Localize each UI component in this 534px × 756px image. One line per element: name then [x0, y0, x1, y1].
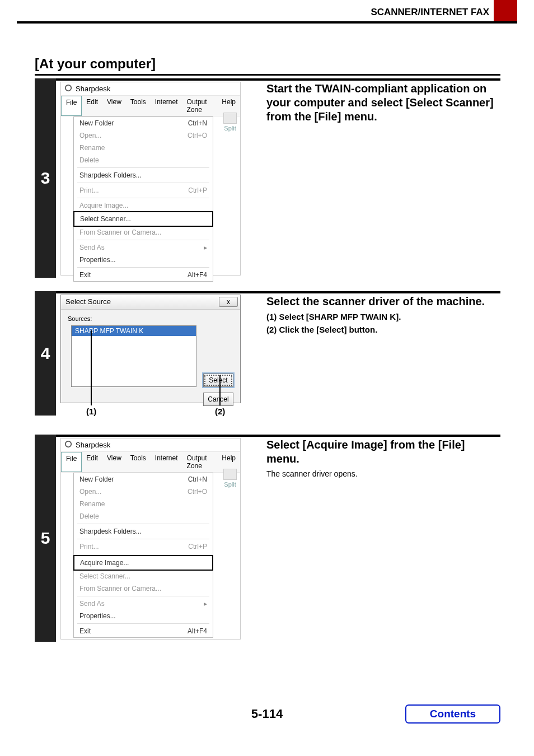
mi-from-scanner[interactable]: From Scanner or Camera...	[74, 226, 213, 239]
mi-select-scanner[interactable]: Select Scanner...	[74, 570, 213, 582]
step5-description: Select [Acquire Image] from the [File] m…	[266, 438, 500, 478]
menu-sep	[77, 240, 209, 240]
mi-from-scanner[interactable]: From Scanner or Camera...	[74, 582, 213, 595]
step-number-5: 5	[35, 435, 56, 642]
contents-button[interactable]: Contents	[405, 704, 500, 724]
split-icon	[223, 469, 237, 480]
split-label: Split	[224, 481, 236, 488]
section-rule	[35, 74, 500, 76]
menu-internet[interactable]: Internet	[151, 96, 182, 116]
mi-new-folder[interactable]: New FolderCtrl+N	[74, 117, 213, 129]
menu-tools[interactable]: Tools	[126, 96, 151, 116]
svg-point-1	[65, 441, 72, 447]
callout-2: (2)	[215, 407, 225, 416]
step3-rule	[56, 78, 500, 81]
mi-rename[interactable]: Rename	[74, 498, 213, 510]
mi-sharpdesk-folders[interactable]: Sharpdesk Folders...	[74, 169, 213, 181]
sources-listbox[interactable]: SHARP MFP TWAIN K	[71, 325, 196, 387]
cancel-button[interactable]: Cancel	[203, 393, 233, 406]
header-title: SCANNER/INTERNET FAX	[371, 7, 489, 18]
step-number-3: 3	[35, 78, 56, 278]
header-accent	[494, 0, 517, 21]
menu-sep	[77, 623, 209, 624]
step3-title: Start the TWAIN-compliant application on…	[266, 82, 500, 124]
split-tool[interactable]: Split	[223, 469, 237, 488]
callout-line-1	[91, 330, 92, 405]
mi-rename[interactable]: Rename	[74, 142, 213, 154]
step4-li2: (2) Click the [Select] button.	[266, 325, 500, 334]
menu-file[interactable]: File	[61, 452, 82, 472]
chevron-right-icon: ▸	[204, 600, 207, 608]
menu-output-zone[interactable]: Output Zone	[182, 452, 218, 472]
menubar: File Edit View Tools Internet Output Zon…	[61, 451, 240, 473]
mi-delete[interactable]: Delete	[74, 510, 213, 522]
menu-sep	[77, 183, 209, 183]
menu-view[interactable]: View	[102, 452, 126, 472]
mi-delete[interactable]: Delete	[74, 154, 213, 166]
step5-body: The scanner driver opens.	[266, 469, 500, 478]
chevron-right-icon: ▸	[204, 244, 207, 251]
mi-new-folder[interactable]: New FolderCtrl+N	[74, 473, 213, 486]
mi-properties[interactable]: Properties...	[74, 610, 213, 622]
mi-open[interactable]: Open...Ctrl+O	[74, 129, 213, 142]
select-source-dialog: Select Source x Sources: SHARP MFP TWAIN…	[60, 295, 241, 403]
menu-file[interactable]: File	[61, 96, 82, 116]
menubar: File Edit View Tools Internet Output Zon…	[61, 95, 240, 116]
sources-label: Sources:	[68, 315, 233, 322]
menu-edit[interactable]: Edit	[82, 452, 102, 472]
menu-sep	[77, 554, 209, 554]
callout-1: (1)	[86, 407, 96, 416]
menu-sep	[77, 539, 209, 539]
step4-li1: (1) Select [SHARP MFP TWAIN K].	[266, 312, 500, 321]
file-menu-dropdown: New FolderCtrl+N Open...Ctrl+O Rename De…	[73, 116, 213, 282]
mi-acquire[interactable]: Acquire Image...	[74, 199, 213, 212]
menu-sep	[77, 198, 209, 198]
split-label: Split	[224, 125, 236, 132]
mi-exit[interactable]: ExitAlt+F4	[74, 269, 213, 281]
select-button[interactable]: Select	[203, 374, 233, 387]
menu-sep	[77, 596, 209, 596]
menu-tools[interactable]: Tools	[126, 452, 151, 472]
section-title: [At your computer]	[35, 56, 156, 72]
split-icon	[223, 113, 237, 124]
step5-title: Select [Acquire Image] from the [File] m…	[266, 438, 500, 466]
screenshot-step3: Sharpdesk File Edit View Tools Internet …	[60, 82, 241, 276]
app-icon	[64, 440, 72, 450]
file-menu-dropdown: New FolderCtrl+N Open...Ctrl+O Rename De…	[73, 473, 213, 638]
mi-print[interactable]: Print...Ctrl+P	[74, 184, 213, 197]
menu-sep	[77, 267, 209, 268]
menu-sep	[77, 524, 209, 524]
mi-sharpdesk-folders[interactable]: Sharpdesk Folders...	[74, 525, 213, 538]
mi-send-as[interactable]: Send As▸	[74, 598, 213, 610]
app-icon	[64, 84, 72, 94]
step4-description: Select the scanner driver of the machine…	[266, 295, 500, 334]
screenshot-step5: Sharpdesk File Edit View Tools Internet …	[60, 438, 241, 640]
close-button[interactable]: x	[219, 297, 238, 307]
split-tool[interactable]: Split	[223, 113, 237, 132]
menu-output-zone[interactable]: Output Zone	[182, 96, 218, 116]
menu-edit[interactable]: Edit	[82, 96, 102, 116]
step-number-4: 4	[35, 291, 56, 416]
step5-rule	[56, 435, 500, 437]
step3-description: Start the TWAIN-compliant application on…	[266, 82, 500, 126]
svg-point-0	[65, 85, 72, 91]
callout-line-2	[219, 375, 221, 405]
menu-view[interactable]: View	[102, 96, 126, 116]
header-rule	[17, 21, 517, 24]
mi-open[interactable]: Open...Ctrl+O	[74, 486, 213, 498]
dialog-title: Select Source	[65, 297, 111, 306]
app-title: Sharpdesk	[76, 85, 110, 93]
app-title: Sharpdesk	[76, 441, 110, 449]
mi-exit[interactable]: ExitAlt+F4	[74, 625, 213, 637]
step4-title: Select the scanner driver of the machine…	[266, 295, 500, 309]
mi-properties[interactable]: Properties...	[74, 254, 213, 266]
menu-internet[interactable]: Internet	[151, 452, 182, 472]
mi-send-as[interactable]: Send As▸	[74, 241, 213, 254]
mi-acquire[interactable]: Acquire Image...	[73, 555, 213, 571]
mi-print[interactable]: Print...Ctrl+P	[74, 540, 213, 553]
mi-select-scanner[interactable]: Select Scanner...	[73, 211, 213, 227]
menu-sep	[77, 167, 209, 168]
step4-rule	[56, 291, 500, 293]
